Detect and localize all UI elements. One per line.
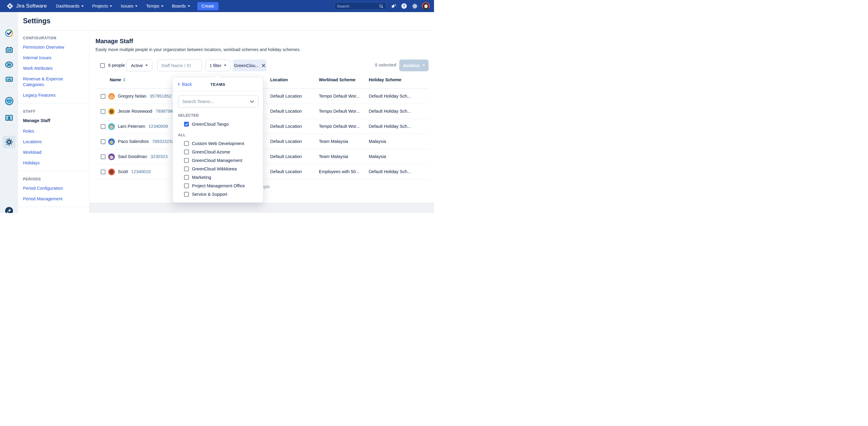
chevron-down-icon [135, 5, 137, 7]
search-icon [379, 4, 383, 8]
team-option-selected[interactable]: GreenCloud Tango [184, 122, 228, 127]
nav-item-issues[interactable]: Issues [118, 2, 141, 10]
unchecked-checkbox[interactable] [184, 141, 189, 146]
staff-id-link[interactable]: 12340009 [148, 124, 168, 129]
column-header-location: Location [270, 77, 288, 82]
avatar-face [424, 4, 428, 8]
people-count: 6 people [108, 63, 125, 68]
row-checkbox[interactable] [101, 139, 105, 144]
staff-name: Jessie Rosewood [118, 109, 152, 113]
team-option[interactable]: Custom Web Development [184, 141, 244, 146]
row-checkbox[interactable] [101, 94, 105, 99]
sidebar-item-period-configuration[interactable]: Period Configuration [23, 186, 63, 191]
tempo-logo-icon[interactable] [0, 28, 18, 38]
sidebar-section-configuration: CONFIGURATION [23, 36, 84, 40]
column-header-workload-scheme: Workload Scheme [319, 77, 355, 82]
user-avatar[interactable] [422, 2, 430, 10]
page-title: Settings [23, 17, 51, 25]
staff-workload-scheme: Tempo Default Wor... [319, 124, 360, 129]
rail-divider [4, 86, 14, 87]
teams-icon[interactable] [0, 97, 18, 105]
unchecked-checkbox[interactable] [184, 184, 189, 188]
team-option[interactable]: GreenCloud Management [184, 158, 242, 163]
staff-id-link[interactable]: 357951852 [150, 94, 172, 98]
staff-search-input[interactable] [157, 60, 202, 71]
sidebar-item-work-attributes[interactable]: Work Attributes [23, 66, 53, 71]
nav-item-tempo[interactable]: Tempo [143, 2, 166, 10]
unchecked-checkbox[interactable] [184, 158, 189, 163]
global-search[interactable] [334, 2, 386, 10]
nav-item-dashboards[interactable]: Dashboards [53, 2, 87, 10]
select-all-checkbox[interactable] [100, 63, 105, 68]
team-option[interactable]: Service & Support [184, 192, 227, 197]
pin-icon[interactable] [0, 207, 18, 213]
team-filter-chip[interactable]: GreenClou... [233, 60, 267, 71]
sidebar-item-legacy-features[interactable]: Legacy Features [23, 93, 56, 98]
reports-icon[interactable] [0, 75, 18, 83]
team-search-select[interactable] [178, 96, 258, 107]
staff-avatar [108, 154, 115, 160]
staff-location: Default Location [270, 169, 302, 174]
settings-sidebar: CONFIGURATION Permission Overview Intern… [18, 31, 89, 213]
chevron-down-icon [224, 65, 226, 66]
jira-logo-icon [7, 3, 13, 9]
popup-header: ‹ Back TEAMS [173, 77, 263, 91]
sort-icon [123, 78, 125, 81]
timesheet-calendar-icon[interactable] [0, 46, 18, 54]
nav-right-cluster: ? [334, 0, 434, 12]
unchecked-checkbox[interactable] [184, 175, 189, 180]
team-search-input[interactable] [182, 99, 243, 104]
sidebar-item-locations[interactable]: Locations [23, 139, 42, 145]
row-checkbox[interactable] [101, 154, 105, 159]
approvals-icon[interactable] [0, 61, 18, 68]
staff-holiday-scheme: Malaysia [369, 154, 386, 159]
unchecked-checkbox[interactable] [184, 150, 189, 154]
sidebar-item-internal-issues[interactable]: Internal Issues [23, 55, 51, 61]
create-button[interactable]: Create [197, 2, 218, 10]
accounts-icon[interactable] [0, 114, 18, 122]
staff-id-link[interactable]: 3230323 [151, 154, 167, 159]
actions-button[interactable]: Actions [399, 60, 429, 71]
sidebar-section-staff: STAFF [23, 109, 84, 113]
team-option[interactable]: GreenCloud Azome [184, 150, 230, 154]
remove-filter-icon[interactable] [262, 64, 266, 67]
staff-workload-scheme: Employees with 50... [319, 169, 359, 174]
top-navigation-bar: Jira Software Dashboards Projects Issues… [0, 0, 434, 12]
announcements-icon[interactable] [390, 3, 397, 9]
sidebar-item-roles[interactable]: Roles [23, 128, 34, 134]
row-checkbox[interactable] [101, 109, 105, 114]
staff-location: Default Location [270, 109, 302, 113]
unchecked-checkbox[interactable] [184, 192, 189, 197]
unchecked-checkbox[interactable] [184, 166, 189, 171]
team-option[interactable]: Project Management Office [184, 184, 245, 188]
checked-checkbox[interactable] [184, 122, 189, 127]
team-option[interactable]: GreenCloud Wikkkieea [184, 166, 237, 171]
jira-brand[interactable]: Jira Software [7, 3, 47, 9]
column-header-name[interactable]: Name [110, 77, 125, 82]
settings-gear-icon[interactable] [411, 3, 418, 9]
nav-item-projects[interactable]: Projects [89, 2, 115, 10]
staff-avatar [108, 123, 115, 130]
help-icon[interactable]: ? [401, 3, 407, 9]
filter-dropdown[interactable]: 1 filter [206, 60, 230, 71]
sidebar-item-permission-overview[interactable]: Permission Overview [23, 44, 64, 50]
row-checkbox[interactable] [101, 124, 105, 129]
sidebar-item-holidays[interactable]: Holidays [23, 160, 40, 166]
staff-holiday-scheme: Default Holiday Sch... [369, 109, 411, 113]
settings-gear-rail-icon[interactable] [0, 138, 18, 146]
sidebar-item-workload[interactable]: Workload [23, 150, 41, 155]
team-option[interactable]: Marketing [184, 175, 211, 180]
staff-id-link[interactable]: 78987987 [156, 109, 175, 113]
chevron-down-icon [81, 5, 84, 7]
staff-id-link[interactable]: 12340010 [131, 169, 151, 174]
sidebar-item-manage-staff[interactable]: Manage Staff [23, 118, 50, 124]
sidebar-item-revenue-expense-categories[interactable]: Revenue & Expense Categories [23, 76, 74, 88]
global-search-input[interactable] [337, 4, 376, 8]
staff-name: Paco Salendros [118, 139, 149, 144]
status-filter-dropdown[interactable]: Active [126, 60, 152, 71]
nav-item-boards[interactable]: Boards [169, 2, 193, 10]
sidebar-item-period-management[interactable]: Period Management [23, 196, 63, 202]
staff-avatar [108, 138, 115, 145]
tempo-icon-rail [0, 12, 18, 213]
row-checkbox[interactable] [101, 169, 105, 174]
